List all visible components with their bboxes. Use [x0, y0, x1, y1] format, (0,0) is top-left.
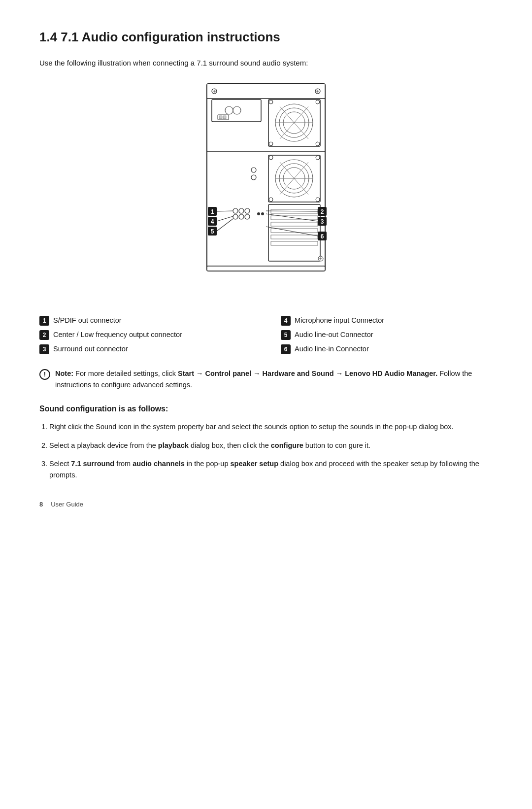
connector-label-1: S/PDIF out connector: [53, 315, 122, 325]
step-3-bold1: 7.1 surround: [71, 460, 114, 468]
step-1: Right click the Sound icon in the system…: [49, 421, 493, 433]
footer: 8 User Guide: [39, 501, 493, 508]
note-icon: !: [39, 369, 50, 380]
connector-label-2: Center / Low frequency output connector: [53, 330, 182, 339]
connector-badge-3: 3: [39, 344, 49, 354]
note-text: Note: For more detailed settings, click …: [55, 368, 493, 391]
connector-item-5: 5 Audio line-out Connector: [281, 330, 493, 340]
step-1-text: Right click the Sound icon in the system…: [49, 423, 454, 431]
svg-text:4: 4: [211, 218, 214, 225]
svg-text:2: 2: [321, 208, 324, 215]
connector-item-4: 4 Microphone input Connector: [281, 315, 493, 326]
step-3-bold2: audio channels: [133, 460, 185, 468]
svg-point-39: [233, 208, 238, 213]
step-2-pre: Select a playback device from the: [49, 441, 158, 449]
svg-rect-52: [271, 235, 318, 239]
connector-label-5: Audio line-out Connector: [295, 330, 373, 339]
footer-label: User Guide: [51, 501, 83, 508]
svg-point-45: [257, 212, 260, 215]
svg-rect-1: [207, 84, 325, 99]
svg-point-35: [269, 198, 273, 202]
svg-point-36: [316, 198, 320, 202]
connector-badge-2: 2: [39, 330, 49, 340]
diagram-container: 1 4 5 2 3 6: [39, 79, 493, 301]
connector-badge-6: 6: [281, 344, 291, 354]
connector-item-1: 1 S/PDIF out connector: [39, 315, 251, 326]
step-3: Select 7.1 surround from audio channels …: [49, 458, 493, 481]
connector-label-3: Surround out connector: [53, 344, 128, 354]
computer-diagram: 1 4 5 2 3 6: [177, 79, 355, 301]
connector-label-4: Microphone input Connector: [295, 315, 384, 325]
svg-rect-50: [271, 222, 318, 226]
svg-point-18: [316, 142, 320, 146]
connector-badge-1: 1: [39, 316, 49, 326]
svg-point-41: [245, 208, 250, 213]
connector-label-6: Audio line-in Connector: [295, 344, 369, 354]
svg-text:5: 5: [211, 228, 214, 235]
section-heading: Sound configuration is as follows:: [39, 404, 493, 413]
step-3-mid2: in the pop-up: [185, 460, 231, 468]
step-2-bold2: configure: [271, 441, 303, 449]
step-3-bold3: speaker setup: [231, 460, 279, 468]
step-2-bold1: playback: [158, 441, 189, 449]
step-2-post: button to con gure it.: [303, 441, 370, 449]
connectors-grid: 1 S/PDIF out connector 4 Microphone inpu…: [39, 315, 493, 354]
connector-badge-4: 4: [281, 316, 291, 326]
steps-list: Right click the Sound icon in the system…: [39, 421, 493, 481]
svg-point-38: [251, 175, 256, 180]
svg-point-17: [269, 142, 273, 146]
svg-text:6: 6: [321, 233, 324, 240]
connector-item-2: 2 Center / Low frequency output connecto…: [39, 330, 251, 340]
svg-point-43: [239, 214, 244, 219]
connector-item-6: 6 Audio line-in Connector: [281, 344, 493, 354]
svg-rect-23: [219, 116, 222, 119]
step-2-mid: dialog box, then click the: [189, 441, 271, 449]
svg-text:3: 3: [321, 218, 324, 225]
connector-badge-5: 5: [281, 330, 291, 340]
page-title: 1.4 7.1 Audio configuration instructions: [39, 30, 493, 45]
svg-point-34: [316, 156, 320, 160]
svg-point-37: [251, 168, 256, 172]
svg-point-15: [269, 100, 273, 104]
svg-text:1: 1: [211, 208, 214, 215]
svg-rect-53: [271, 241, 318, 245]
svg-rect-57: [207, 266, 325, 271]
svg-point-33: [269, 156, 273, 160]
svg-point-46: [261, 212, 264, 215]
step-3-pre: Select: [49, 460, 71, 468]
connector-item-3: 3 Surround out connector: [39, 344, 251, 354]
note-prefix: Note:: [55, 370, 73, 377]
footer-page-number: 8: [39, 501, 43, 508]
svg-rect-24: [223, 116, 226, 119]
svg-point-40: [239, 208, 244, 213]
intro-text: Use the following illustration when conn…: [39, 59, 493, 67]
svg-point-44: [245, 214, 250, 219]
note-box: ! Note: For more detailed settings, clic…: [39, 368, 493, 391]
note-bold1: Start → Control panel → Hardware and Sou…: [178, 370, 437, 377]
svg-point-42: [233, 214, 238, 219]
step-2: Select a playback device from the playba…: [49, 440, 493, 451]
note-text1: For more detailed settings, click: [73, 370, 178, 377]
step-3-mid1: from: [114, 460, 133, 468]
svg-point-16: [316, 100, 320, 104]
